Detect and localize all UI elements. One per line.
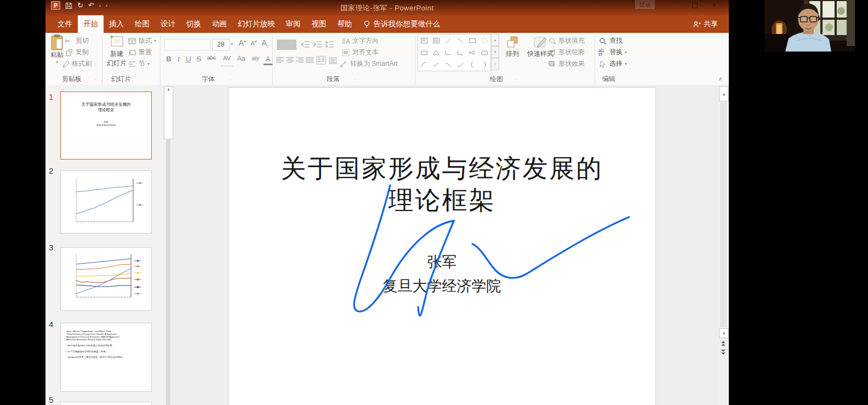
thumb-subtitle: 张军复旦大学经济学院 — [81, 121, 131, 127]
align-center-icon[interactable] — [285, 57, 294, 64]
shape-elbow-arrow[interactable] — [454, 47, 466, 59]
shrink-font-button[interactable]: A▾ — [249, 39, 258, 50]
reset-button[interactable]: 重置 — [128, 48, 152, 57]
shape-effects-button[interactable]: 形状效果 — [547, 59, 585, 69]
arrange-button[interactable]: 排列 — [501, 35, 523, 59]
cut-button[interactable]: ✂ 剪切 — [65, 36, 89, 45]
slide-author[interactable]: 张军 — [229, 252, 655, 272]
find-button[interactable]: 查找 — [598, 36, 623, 45]
slide-title[interactable]: 关于国家形成与经济发展的 理论框架 — [229, 152, 655, 216]
chevron-down-icon: ▾ — [625, 61, 627, 66]
select-button[interactable]: 选择 ▾ — [598, 59, 627, 69]
tab-review[interactable]: 审阅 — [281, 15, 306, 33]
tab-slideshow[interactable]: 幻灯片放映 — [232, 15, 281, 33]
shape-triangle[interactable] — [430, 47, 442, 59]
align-left-icon[interactable] — [276, 57, 284, 64]
strikethrough2-button[interactable]: abc — [204, 55, 219, 66]
shape-oval-dashed[interactable] — [478, 35, 490, 47]
change-case-button[interactable]: Aa — [235, 55, 247, 66]
shape-brace-open[interactable] — [466, 59, 478, 71]
convert-smartart-button[interactable]: 转换为 SmartArt — [339, 59, 398, 69]
tab-view[interactable]: 视图 — [306, 15, 332, 33]
format-painter-button[interactable]: 格式刷 — [61, 59, 92, 69]
text-highlight-button[interactable]: aly — [249, 55, 261, 66]
layout-button[interactable]: 版式 ▾ — [128, 36, 156, 45]
tab-design[interactable]: 设计 — [155, 15, 181, 33]
copy-button[interactable]: 复制 — [65, 48, 89, 57]
increase-indent-icon[interactable] — [312, 41, 322, 48]
tab-insert[interactable]: 插入 — [104, 15, 129, 33]
main-scrollbar-track[interactable] — [720, 102, 727, 327]
new-slide-button[interactable]: 新建 幻灯片 — [104, 34, 129, 68]
shape-rect-outline[interactable] — [466, 35, 478, 47]
font-name-input[interactable] — [164, 39, 210, 50]
shape-brace-close[interactable] — [478, 59, 490, 71]
shape-line-diag[interactable] — [442, 35, 454, 47]
columns-icon[interactable] — [316, 56, 326, 65]
list-box-icon[interactable] — [329, 57, 337, 64]
tab-transitions[interactable]: 切换 — [181, 15, 207, 33]
tab-file[interactable]: 文件 — [52, 15, 78, 33]
login-button[interactable]: 登录 — [635, 0, 655, 10]
italic-button[interactable]: I — [175, 55, 182, 66]
slide-thumbnail-1[interactable]: 关于国家形成与经济发展的理论框架张军复旦大学经济学院 — [60, 92, 152, 159]
shape-outline-button[interactable]: 形状轮廓 — [547, 48, 585, 57]
gallery-down-icon[interactable]: ▾ — [491, 46, 499, 58]
shape-scribble[interactable] — [430, 59, 442, 71]
collapse-ribbon-icon[interactable]: ∧ — [718, 76, 722, 82]
shape-arc[interactable] — [418, 59, 430, 71]
thumbnail-scrollbar-thumb[interactable]: ▴ — [164, 86, 173, 139]
justify-icon[interactable] — [305, 57, 314, 64]
slide-editing-area[interactable]: 关于国家形成与经济发展的 理论框架 张军 复旦大学经济学院 — [229, 88, 655, 405]
font-color-button[interactable]: A — [264, 55, 272, 65]
maximize-icon[interactable] — [692, 3, 698, 8]
tab-animations[interactable]: 动画 — [207, 15, 232, 33]
tab-draw[interactable]: 绘图 — [129, 15, 155, 33]
slide-thumbnail-5[interactable] — [60, 402, 152, 405]
thumbnail-scrollbar[interactable]: ▴ — [163, 85, 173, 405]
shape-fill-button[interactable]: 形状填充 — [547, 36, 585, 45]
slide-thumbnail-3[interactable] — [60, 247, 152, 311]
text-direction-button[interactable]: 文字方向 — [341, 36, 379, 45]
slide-affiliation[interactable]: 复旦大学经济学院 — [229, 276, 655, 296]
decrease-indent-icon[interactable] — [300, 41, 310, 48]
main-scrollbar[interactable]: ▴ ▾ — [718, 85, 729, 405]
align-text-button[interactable]: 对齐文本 — [341, 48, 379, 57]
slide-thumbnail-4[interactable]: Sala-i-Martin, Doppelhofer, and Miller, … — [60, 323, 152, 392]
shape-text-box[interactable] — [418, 35, 430, 47]
tell-me-box[interactable]: 告诉我你想要做什么 — [363, 15, 441, 33]
clear-formatting-button[interactable]: A◊ — [260, 38, 270, 49]
shape-elbow[interactable] — [442, 47, 454, 59]
share-button[interactable]: 共享 — [693, 15, 718, 33]
next-slide-button[interactable] — [719, 348, 728, 356]
tab-help[interactable]: 帮助 — [332, 15, 358, 33]
character-spacing-button[interactable]: AV — [221, 55, 233, 66]
tab-home[interactable]: 开始 — [78, 15, 104, 33]
section-button[interactable]: 节 ▾ — [128, 59, 150, 69]
shape-rounded-rect[interactable] — [478, 47, 490, 59]
previous-slide-button[interactable] — [719, 339, 728, 347]
shape-arrow-right[interactable] — [466, 47, 478, 59]
replace-button[interactable]: ab⇄ 替换 ▾ — [598, 48, 627, 57]
slide-thumbnail-2[interactable] — [60, 170, 152, 233]
thumbnail-scrollbar-track[interactable] — [166, 140, 170, 405]
gallery-up-icon[interactable]: ▴ — [491, 34, 499, 46]
shape-curve-up[interactable] — [454, 59, 466, 71]
gallery-more-icon[interactable]: ▿ — [491, 58, 499, 70]
grow-font-button[interactable]: A▴ — [237, 38, 247, 49]
scroll-down-button[interactable]: ▾ — [719, 328, 729, 338]
webcam-video[interactable] — [764, 0, 855, 52]
align-right-icon[interactable] — [295, 57, 304, 64]
font-size-input[interactable]: 28 — [212, 39, 230, 50]
shape-curve-down[interactable] — [442, 59, 454, 71]
shape-line-diag2[interactable] — [454, 35, 466, 47]
shape-rect[interactable] — [418, 47, 430, 59]
strikethrough-button[interactable]: S — [195, 55, 203, 66]
close-icon[interactable]: × — [712, 1, 716, 9]
shape-vert-text-box[interactable] — [430, 35, 442, 47]
line-spacing-icon[interactable] — [324, 41, 334, 48]
scroll-up-button[interactable]: ▴ — [719, 86, 729, 101]
underline-button[interactable]: U — [184, 55, 193, 66]
bold-button[interactable]: B — [164, 55, 173, 66]
bullets-dropdown[interactable] — [277, 39, 296, 50]
